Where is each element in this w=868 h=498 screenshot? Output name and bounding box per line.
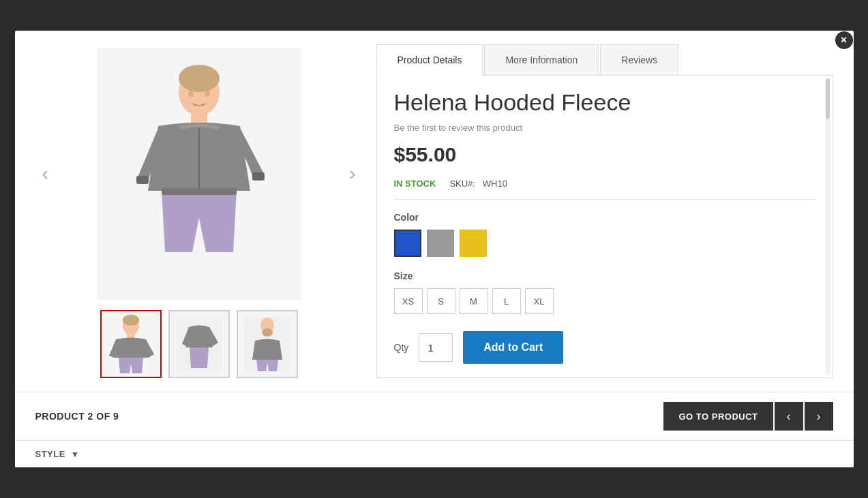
sku-value: WH10 <box>483 178 507 189</box>
prev-image-button[interactable]: ‹ <box>35 156 55 191</box>
svg-point-1 <box>179 65 220 92</box>
svg-point-7 <box>188 91 194 97</box>
modal-body: ‹ <box>15 31 854 392</box>
main-image-wrapper: ‹ <box>35 44 363 303</box>
tabs: Product Details More Information Reviews <box>376 44 833 76</box>
size-label: Size <box>394 270 815 281</box>
chevron-down-icon: ▼ <box>71 450 79 459</box>
product-counter: PRODUCT 2 OF 9 <box>35 411 119 422</box>
color-label: Color <box>394 212 815 223</box>
size-l[interactable]: L <box>492 288 521 314</box>
footer-prev-button[interactable]: ‹ <box>775 402 803 431</box>
stock-sku-row: IN STOCK SKU#: WH10 <box>394 178 815 189</box>
add-to-cart-button[interactable]: Add to Cart <box>463 331 563 364</box>
thumbnail-2[interactable] <box>168 310 230 378</box>
color-swatch-gray[interactable] <box>427 230 454 257</box>
size-m[interactable]: M <box>460 288 488 314</box>
thumbnails <box>100 310 298 378</box>
stock-status: IN STOCK <box>394 178 436 189</box>
size-s[interactable]: S <box>427 288 455 314</box>
product-name: Helena Hooded Fleece <box>394 89 815 116</box>
footer-next-button[interactable]: › <box>805 402 833 431</box>
size-options: XS S M L XL <box>394 288 815 314</box>
style-label: STYLE <box>35 449 65 459</box>
color-options <box>394 230 815 257</box>
modal-footer: PRODUCT 2 OF 9 GO TO PRODUCT ‹ › <box>15 392 854 440</box>
divider <box>394 199 815 200</box>
tab-more-information[interactable]: More Information <box>484 44 599 75</box>
svg-point-8 <box>205 91 210 97</box>
review-link[interactable]: Be the first to review this product <box>394 123 815 133</box>
svg-rect-6 <box>162 188 237 195</box>
go-to-product-button[interactable]: GO TO PRODUCT <box>663 402 773 431</box>
qty-label: Qty <box>394 342 409 353</box>
footer-nav: GO TO PRODUCT ‹ › <box>663 402 833 431</box>
scrollbar-track <box>826 78 830 375</box>
svg-rect-4 <box>136 176 149 184</box>
tab-reviews[interactable]: Reviews <box>600 44 678 75</box>
modal-overlay: × ‹ <box>0 0 868 498</box>
size-xl[interactable]: XL <box>525 288 554 314</box>
product-modal: × ‹ <box>15 31 854 467</box>
thumbnail-1[interactable] <box>100 310 162 378</box>
sku-info: SKU#: WH10 <box>449 178 507 189</box>
size-xs[interactable]: XS <box>394 288 423 314</box>
product-price: $55.00 <box>394 143 815 166</box>
scrollbar-thumb[interactable] <box>826 78 830 119</box>
tab-product-details[interactable]: Product Details <box>376 44 483 76</box>
bottom-bar: STYLE ▼ <box>15 440 854 467</box>
qty-input[interactable] <box>419 333 453 362</box>
product-section: Product Details More Information Reviews… <box>376 44 833 378</box>
main-product-image <box>97 48 301 300</box>
image-section: ‹ <box>35 44 363 378</box>
tab-content: Helena Hooded Fleece Be the first to rev… <box>376 76 833 378</box>
svg-rect-5 <box>252 172 265 181</box>
color-swatch-yellow[interactable] <box>460 230 487 257</box>
close-button[interactable]: × <box>833 31 854 51</box>
sku-label: SKU#: <box>449 178 475 189</box>
next-image-button[interactable]: › <box>342 156 362 191</box>
color-swatch-blue[interactable] <box>394 230 421 257</box>
svg-point-10 <box>123 315 139 326</box>
thumbnail-3[interactable] <box>237 310 298 378</box>
svg-point-15 <box>262 328 273 337</box>
add-to-cart-row: Qty Add to Cart <box>394 331 815 364</box>
